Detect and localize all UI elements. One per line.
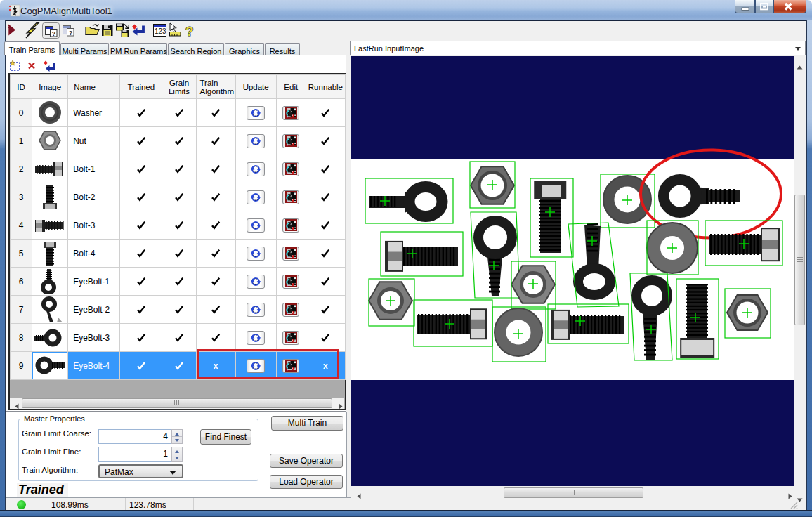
svg-text:?: ? (52, 30, 56, 37)
svg-text:123: 123 (155, 27, 166, 35)
svg-text:?: ? (69, 30, 73, 37)
svg-text:?: ? (185, 24, 194, 39)
